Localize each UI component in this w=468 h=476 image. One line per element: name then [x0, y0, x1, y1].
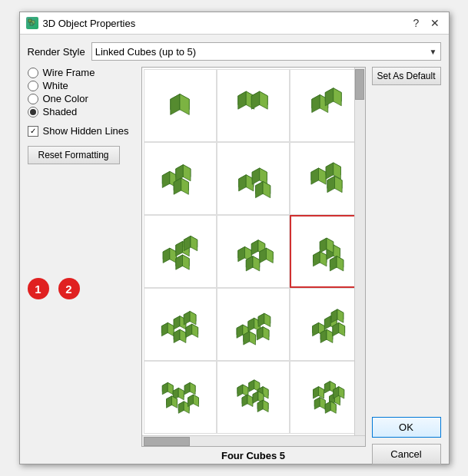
h-scrollbar-thumb [144, 437, 190, 446]
svg-marker-7 [238, 91, 247, 109]
grid-cell-4[interactable] [217, 142, 290, 215]
radio-onecolor[interactable]: One Color [28, 93, 135, 104]
svg-marker-128 [168, 382, 173, 394]
svg-marker-37 [311, 167, 319, 183]
annotation-2[interactable]: 2 [58, 278, 80, 299]
grid-cell-8[interactable] [290, 215, 363, 288]
radio-shaded-circle [28, 107, 38, 117]
svg-marker-176 [330, 401, 336, 412]
svg-marker-35 [264, 181, 271, 197]
svg-marker-76 [320, 238, 327, 253]
grid-cell-0[interactable] [144, 69, 217, 142]
svg-marker-19 [162, 171, 170, 187]
svg-marker-83 [168, 322, 174, 336]
dropdown-arrow-icon: ▼ [430, 48, 437, 56]
svg-marker-122 [339, 322, 345, 336]
svg-marker-173 [320, 397, 325, 408]
svg-marker-47 [170, 248, 177, 263]
svg-marker-107 [250, 331, 256, 344]
radio-wireframe[interactable]: Wire Frame [28, 67, 135, 78]
svg-marker-139 [178, 401, 184, 412]
close-button[interactable]: ✕ [427, 15, 443, 31]
ok-button[interactable]: OK [372, 417, 441, 438]
grid-cell-5[interactable] [290, 142, 363, 215]
help-button[interactable]: ? [409, 15, 424, 31]
svg-marker-91 [174, 329, 180, 342]
checkbox-box: ✓ [28, 126, 38, 137]
svg-marker-43 [327, 176, 335, 192]
svg-marker-31 [253, 167, 261, 183]
svg-marker-100 [248, 318, 254, 331]
svg-marker-95 [192, 324, 198, 337]
grid-cell-9[interactable] [144, 288, 217, 361]
radio-white[interactable]: White [28, 80, 135, 91]
radio-shaded[interactable]: Shaded [28, 106, 135, 117]
grid-container [141, 67, 366, 447]
svg-marker-52 [176, 254, 183, 269]
grid-cell-3[interactable] [144, 142, 217, 215]
svg-marker-17 [334, 88, 342, 105]
set-default-button[interactable]: Set As Default [372, 67, 441, 85]
svg-marker-127 [162, 382, 168, 394]
svg-marker-40 [326, 162, 334, 178]
svg-marker-61 [252, 240, 259, 254]
svg-marker-16 [325, 88, 334, 105]
svg-marker-160 [258, 400, 264, 412]
grid-cell-6[interactable] [144, 215, 217, 288]
render-style-label: Render Style [28, 46, 85, 58]
svg-marker-46 [163, 248, 170, 263]
svg-marker-65 [267, 248, 274, 263]
svg-marker-89 [190, 311, 196, 324]
svg-marker-55 [184, 236, 191, 250]
svg-marker-131 [178, 388, 184, 399]
dialog-title: 3D Object Properties [43, 18, 136, 29]
svg-rect-0 [28, 19, 32, 22]
grid-cell-1[interactable] [217, 69, 290, 142]
svg-marker-79 [330, 256, 337, 270]
grid-cell-12[interactable] [144, 361, 217, 434]
render-style-row: Render Style Linked Cubes (up to 5) ▼ [28, 42, 441, 61]
grid-scroll [142, 68, 365, 435]
right-panel: Set As Default OK Cancel [372, 67, 441, 464]
svg-marker-71 [320, 251, 327, 266]
cancel-button[interactable]: Cancel [372, 444, 441, 464]
svg-rect-2 [30, 22, 33, 25]
svg-marker-161 [264, 400, 269, 412]
svg-marker-143 [194, 395, 199, 406]
radio-white-label: White [43, 80, 68, 91]
svg-marker-23 [184, 164, 191, 180]
horizontal-scrollbar[interactable] [142, 435, 365, 446]
show-hidden-lines-checkbox[interactable]: ✓ Show Hidden Lines [28, 125, 135, 137]
svg-marker-92 [180, 329, 186, 342]
grid-cell-13[interactable] [217, 361, 290, 434]
grid-cell-7[interactable] [217, 215, 290, 288]
annotation-1[interactable]: 1 [28, 278, 49, 299]
radio-wireframe-circle [28, 68, 38, 78]
content-area: Render Style Linked Cubes (up to 5) ▼ Wi… [20, 35, 449, 472]
svg-marker-148 [249, 379, 254, 391]
app-icon [26, 17, 38, 29]
svg-marker-88 [184, 311, 190, 324]
grid-cell-14[interactable] [290, 361, 363, 434]
svg-marker-164 [318, 386, 324, 398]
svg-marker-80 [337, 256, 344, 270]
svg-marker-56 [191, 236, 197, 250]
svg-marker-49 [176, 241, 183, 256]
svg-marker-68 [253, 256, 260, 270]
radio-shaded-label: Shaded [43, 106, 78, 117]
grid-cell-2[interactable] [290, 69, 363, 142]
render-style-dropdown[interactable]: Linked Cubes (up to 5) ▼ [91, 42, 441, 61]
grid-cell-11[interactable] [290, 288, 363, 361]
svg-marker-166 [324, 381, 330, 392]
reset-formatting-button[interactable]: Reset Formatting [28, 146, 120, 164]
svg-marker-134 [190, 382, 195, 394]
svg-marker-70 [313, 251, 320, 266]
svg-marker-112 [312, 322, 318, 336]
svg-marker-11 [260, 91, 268, 109]
vertical-scrollbar[interactable] [354, 68, 365, 435]
svg-marker-94 [186, 324, 192, 337]
svg-marker-115 [324, 316, 330, 329]
svg-marker-103 [258, 313, 264, 326]
grid-cell-10[interactable] [217, 288, 290, 361]
annotations-row: 1 2 [28, 213, 135, 299]
